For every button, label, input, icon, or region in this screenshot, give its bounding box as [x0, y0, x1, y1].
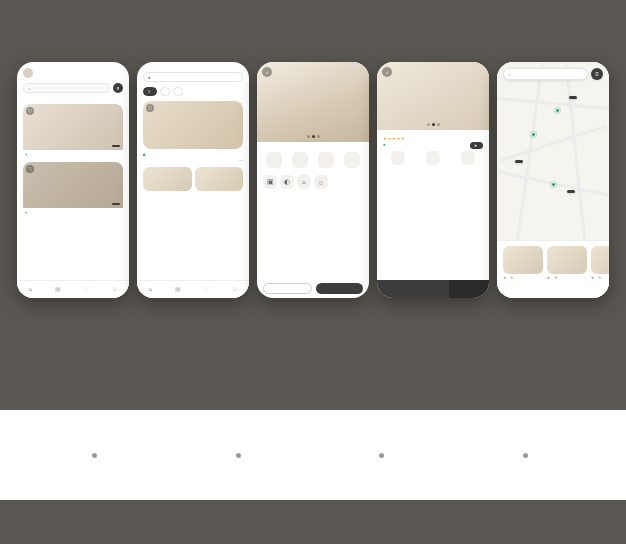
carousel-indicators — [257, 135, 369, 138]
nav-account[interactable]: ☺ — [231, 286, 237, 293]
location-arrow-icon: ➤ — [547, 276, 550, 280]
home-icon: ⌂ — [148, 286, 152, 292]
bottom-nav: ⌂ ▦ ♡ ☺ — [17, 280, 129, 298]
listing-card[interactable]: ♡ ● — [23, 104, 123, 157]
action-360-view[interactable] — [289, 152, 311, 170]
feature-item — [523, 453, 534, 458]
action-statistics[interactable] — [341, 152, 363, 170]
amenity-garage — [383, 151, 412, 167]
bottom-nav: ⌂ ▦ ♡ ☺ — [137, 280, 249, 298]
thumbnail-row — [143, 167, 243, 191]
phone-mockup-row: ⌕ ≡ ♡ — [0, 62, 626, 298]
nav-home[interactable]: ⌂ — [148, 286, 152, 293]
screen-properties: ● ≡ ♡ ■ ⋯ — [137, 62, 249, 298]
sliders-icon: ≡ — [595, 71, 599, 77]
map-filter-button[interactable]: ≡ — [591, 68, 603, 80]
back-button[interactable]: ‹ — [382, 67, 392, 77]
nav-account[interactable]: ☺ — [111, 286, 117, 293]
map-marker[interactable] — [531, 132, 536, 137]
screen-map: ⌕ ≡ ➤ ★ ➤ ★ — [497, 62, 609, 298]
nav-favourite[interactable]: ♡ — [84, 286, 89, 293]
screen-residence: ‹ ★★★★★ ● ➤ — [377, 62, 489, 298]
calendar-icon: ▦ — [175, 286, 181, 292]
search-input[interactable]: ⌕ — [23, 83, 110, 93]
map-property-card[interactable]: ➤ ★ — [547, 246, 587, 280]
listing-thumb[interactable] — [143, 167, 192, 191]
price-pill — [112, 145, 120, 147]
user-icon: ☺ — [111, 286, 117, 292]
favourite-toggle[interactable]: ♡ — [26, 165, 34, 173]
listing-subtitle: ● — [25, 210, 121, 215]
user-icon: ☺ — [231, 286, 237, 292]
nav-home[interactable]: ⌂ — [28, 286, 32, 293]
map-marker[interactable] — [551, 182, 556, 187]
chip-price[interactable] — [160, 87, 170, 96]
quick-action-row — [263, 152, 363, 170]
bullet-icon — [523, 453, 528, 458]
feature-item — [236, 453, 247, 458]
sliders-icon: ≡ — [148, 89, 150, 94]
listing-subtitle: ● — [383, 142, 483, 147]
amenity-item: ≈ — [297, 175, 311, 189]
price-tag — [449, 280, 489, 298]
hero-section: ⌕ ≡ ♡ — [0, 0, 626, 410]
avatar[interactable] — [23, 68, 33, 78]
feature-item — [379, 453, 390, 458]
heart-icon: ♡ — [84, 286, 89, 292]
nav-booking[interactable]: ▦ — [175, 286, 181, 293]
map-property-card[interactable]: ➤ ★ — [591, 246, 609, 280]
listing-hero-image[interactable]: ♡ — [143, 101, 243, 149]
pin-icon: ● — [148, 75, 151, 80]
back-button[interactable]: ‹ — [262, 67, 272, 77]
location-input[interactable]: ● — [143, 72, 243, 82]
map-bottom-sheet[interactable]: ➤ ★ ➤ ★ ➤ ★ — [497, 240, 609, 298]
calendar-icon: ▦ — [55, 286, 61, 292]
filter-chip-row: ≡ — [143, 87, 243, 96]
nav-favourite[interactable]: ♡ — [204, 286, 209, 293]
screen-detail: ‹ ▣ ◐ ≈ — [257, 62, 369, 298]
email-button[interactable] — [316, 283, 363, 294]
sliders-icon: ≡ — [117, 86, 120, 91]
listing-thumb[interactable] — [195, 167, 244, 191]
listing-subtitle: ● — [25, 152, 121, 157]
amenity-path — [454, 151, 483, 167]
listing-card[interactable]: ♡ ● — [23, 162, 123, 215]
feature-strip — [0, 410, 626, 500]
more-icon[interactable]: ⋯ — [238, 158, 243, 163]
action-map-view[interactable] — [263, 152, 285, 170]
chevron-left-icon: ‹ — [266, 69, 268, 75]
search-icon: ⌕ — [508, 72, 511, 77]
map-search-input[interactable]: ⌕ — [503, 68, 588, 80]
listing-hero-image[interactable]: ‹ — [257, 62, 369, 142]
call-button[interactable] — [263, 283, 312, 294]
price-marker[interactable] — [515, 160, 523, 163]
listing-category: ■ — [143, 152, 243, 157]
carousel-indicators — [377, 123, 489, 126]
action-neighbours[interactable] — [315, 152, 337, 170]
favourite-toggle[interactable]: ♡ — [26, 107, 34, 115]
amenity-row — [383, 151, 483, 167]
map-property-card[interactable]: ➤ ★ — [503, 246, 543, 280]
feature-item — [92, 453, 103, 458]
chip-apartment[interactable] — [173, 87, 183, 96]
price-marker[interactable] — [567, 190, 575, 193]
search-icon: ⌕ — [28, 86, 31, 91]
nav-booking[interactable]: ▦ — [55, 286, 61, 293]
home-icon: ⌂ — [28, 286, 32, 292]
bullet-icon — [92, 453, 97, 458]
booking-button[interactable] — [377, 280, 449, 298]
heart-icon: ♡ — [148, 105, 152, 111]
bullet-icon — [379, 453, 384, 458]
favourite-toggle[interactable]: ♡ — [146, 104, 154, 112]
category-tabs — [23, 98, 123, 99]
distance-pill: ➤ — [470, 142, 483, 149]
price-marker[interactable] — [569, 96, 577, 99]
location-arrow-icon: ➤ — [474, 143, 477, 148]
screen-home: ⌕ ≡ ♡ — [17, 62, 129, 298]
chevron-left-icon: ‹ — [386, 69, 388, 75]
chip-filter[interactable]: ≡ — [143, 87, 157, 96]
map-marker[interactable] — [555, 108, 560, 113]
filter-button[interactable]: ≡ — [113, 83, 123, 93]
heart-icon: ♡ — [28, 166, 32, 172]
listing-hero-image[interactable]: ‹ — [377, 62, 489, 130]
